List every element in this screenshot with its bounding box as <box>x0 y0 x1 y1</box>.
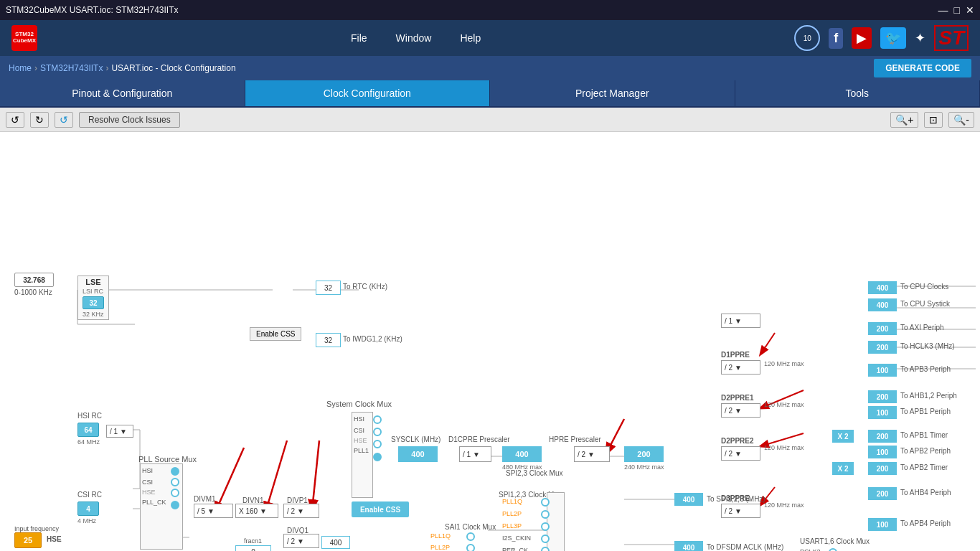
spi-radio-perck[interactable] <box>541 547 550 551</box>
sysclk-val[interactable]: 400 <box>398 446 438 462</box>
ahb12-val[interactable]: 200 <box>868 390 897 403</box>
close-button[interactable]: ✕ <box>966 4 974 16</box>
sysclk-radio-pll1[interactable] <box>373 453 382 461</box>
csi-rc-val[interactable]: 4 <box>77 501 99 516</box>
sysclk-radio-csi[interactable] <box>373 428 382 436</box>
hpre-select[interactable]: / 2 ▼ <box>574 446 610 462</box>
hpre-out-val[interactable]: 200 <box>624 446 664 462</box>
title-bar-controls[interactable]: — □ ✕ <box>938 4 974 16</box>
tab-pinout[interactable]: Pinout & Configuration <box>0 80 245 106</box>
d3ppre-select[interactable]: / 2 ▼ <box>721 504 760 518</box>
d2ppre2-select[interactable]: / 2 ▼ <box>721 446 760 461</box>
title-bar-title: STM32CubeMX USART.ioc: STM32H743IITx <box>6 5 179 15</box>
axi-val[interactable]: 200 <box>868 322 897 335</box>
svg-line-21 <box>760 333 775 354</box>
breadcrumb-bar: Home › STM32H743IITx › USART.ioc - Clock… <box>0 56 980 80</box>
hsi-rc-val[interactable]: 64 <box>77 423 99 437</box>
tab-tools[interactable]: Tools <box>735 80 981 106</box>
divq1-val[interactable]: 400 <box>321 536 350 549</box>
facebook-icon[interactable]: f <box>829 28 843 49</box>
lse-block: LSE LSI RC 32 32 KHz <box>77 276 109 320</box>
menu-file[interactable]: File <box>351 32 367 44</box>
twitter-icon[interactable]: 🐦 <box>880 27 906 49</box>
divq1-select[interactable]: / 2 ▼ <box>283 534 319 548</box>
redo-button[interactable]: ↻ <box>30 112 49 128</box>
hpre-max-label: 240 MHz max <box>624 463 664 471</box>
apb3-val[interactable]: 100 <box>868 364 897 377</box>
undo-button[interactable]: ↺ <box>6 112 24 128</box>
zoom-out-button[interactable]: 🔍- <box>948 112 974 128</box>
divp1-select[interactable]: / 2 ▼ <box>283 504 319 518</box>
lse-freq-box[interactable]: 32.768 <box>14 273 54 287</box>
radio-hse-mux[interactable] <box>171 489 179 497</box>
spi-radio-pll2p[interactable] <box>541 510 550 519</box>
tab-bar: Pinout & Configuration Clock Configurati… <box>0 80 980 108</box>
spi-radio-pll1q[interactable] <box>541 498 550 507</box>
fracn1-val[interactable]: 0 <box>235 545 271 551</box>
zoom-in-button[interactable]: 🔍+ <box>890 112 918 128</box>
apb1t-label: To APB1 Timer <box>900 431 948 439</box>
refresh-button[interactable]: ↺ <box>55 112 73 128</box>
spi-radio-i2sckin[interactable] <box>541 534 550 543</box>
hse-val[interactable]: 25 <box>14 532 42 548</box>
sai1-radio-pll2p[interactable] <box>466 544 475 551</box>
usart16-pclk2-label: PCLK2 <box>800 548 821 551</box>
breadcrumb-device[interactable]: STM32H743IITx <box>40 63 103 73</box>
ahb4-val[interactable]: 200 <box>868 487 897 500</box>
tab-clock[interactable]: Clock Configuration <box>245 80 491 106</box>
mult160-select[interactable]: X 160 ▼ <box>235 504 278 518</box>
tab-project[interactable]: Project Manager <box>490 80 735 106</box>
network-icon[interactable]: ✦ <box>915 30 925 46</box>
d2ppre2-max-label: 120 MHz max <box>764 444 804 451</box>
x2-mul2: X 2 <box>832 462 854 475</box>
generate-code-button[interactable]: GENERATE CODE <box>874 59 971 77</box>
apb1t-val[interactable]: 200 <box>868 430 897 443</box>
d2ppre1-select[interactable]: / 2 ▼ <box>721 403 760 418</box>
rtc-val-box[interactable]: 32 <box>316 281 341 295</box>
cpu-systick-val[interactable]: 400 <box>868 298 897 311</box>
ahb4-label: To AHB4 Periph <box>900 489 951 496</box>
menu-help[interactable]: Help <box>460 32 481 44</box>
resolve-clock-issues-button[interactable]: Resolve Clock Issues <box>79 112 180 128</box>
sysclk-radio-hse[interactable] <box>373 440 382 448</box>
enable-css-lse-button[interactable]: Enable CSS <box>250 327 301 341</box>
spi-out-label: To SPI1,2,3 (MHz) <box>707 495 765 503</box>
sysclk-radio-hsi[interactable] <box>373 415 382 424</box>
apb2t-val[interactable]: 200 <box>868 462 897 475</box>
enable-css-button[interactable]: Enable CSS <box>352 501 409 517</box>
ahb12-label: To AHB1,2 Periph <box>900 392 957 400</box>
divm1-select[interactable]: / 5 ▼ <box>194 504 233 518</box>
youtube-icon[interactable]: ▶ <box>852 27 872 49</box>
dfsdm-out-val[interactable]: 400 <box>674 541 703 551</box>
clock-diagram: 32.768 0-1000 KHz LSE LSI RC 32 32 KHz E… <box>0 132 980 551</box>
x2-mul1: X 2 <box>832 430 854 443</box>
hclk3-val[interactable]: 200 <box>868 341 897 354</box>
top-div1-select[interactable]: / 1 ▼ <box>721 314 760 328</box>
iwdg-val-box[interactable]: 32 <box>316 333 341 347</box>
apb2-val[interactable]: 100 <box>868 446 897 458</box>
hsi-div-select[interactable]: / 1 ▼ <box>106 425 133 438</box>
minimize-button[interactable]: — <box>938 4 948 16</box>
apb2-label: To APB2 Periph <box>900 447 951 455</box>
maximize-button[interactable]: □ <box>954 4 960 16</box>
apb1-val[interactable]: 100 <box>868 406 897 419</box>
menu-window[interactable]: Window <box>396 32 432 44</box>
d1cpre-select[interactable]: / 1 ▼ <box>459 446 491 462</box>
spi-pll1q: PLL1Q <box>502 498 522 505</box>
apb4-val[interactable]: 100 <box>868 518 897 531</box>
sysclk-label: SYSCLK (MHz) <box>391 435 440 443</box>
usart16-mux-label: USART1,6 Clock Mux <box>800 537 870 545</box>
fit-screen-button[interactable]: ⊡ <box>924 112 943 128</box>
spi23-mux-label: SPI2,3 Clock Mux <box>506 469 562 477</box>
breadcrumb-home[interactable]: Home <box>9 63 32 73</box>
d1cpre-out-val[interactable]: 400 <box>502 446 542 462</box>
cpu-clocks-val[interactable]: 400 <box>868 281 897 294</box>
radio-pllck[interactable] <box>171 501 179 509</box>
spi-radio-pll3p[interactable] <box>541 522 550 531</box>
radio-csi[interactable] <box>171 478 179 486</box>
toolbar: ↺ ↻ ↺ Resolve Clock Issues 🔍+ ⊡ 🔍- <box>0 108 980 132</box>
radio-hsi[interactable] <box>171 467 179 476</box>
sai1-radio-pll1q[interactable] <box>466 532 475 541</box>
spi-out-val[interactable]: 400 <box>674 493 703 506</box>
d1ppre-select[interactable]: / 2 ▼ <box>721 360 760 375</box>
